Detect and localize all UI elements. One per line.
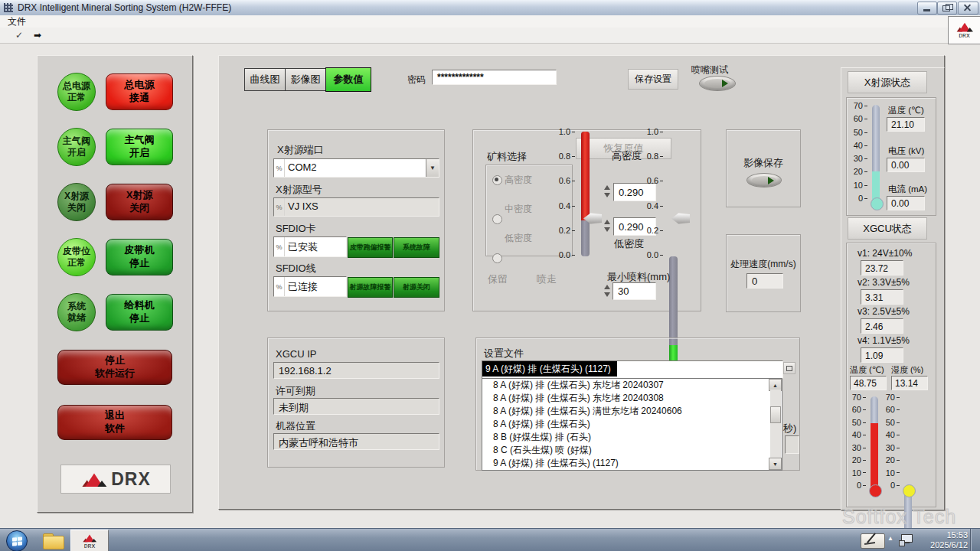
tick-label: 0.4 xyxy=(555,202,575,210)
xgcu-temp-value: 48.75 xyxy=(850,376,887,390)
stop-software-button[interactable]: 停止 软件运行 xyxy=(57,350,172,385)
xray-temp-label: 温度 (℃) xyxy=(888,105,924,116)
tick-label: 50 xyxy=(849,129,867,137)
exit-software-button[interactable]: 退出 软件 xyxy=(57,405,172,440)
tick-label: 10 xyxy=(848,469,866,478)
xgcu-ip-label: XGCU IP xyxy=(276,348,316,360)
source-off-button[interactable]: 射源关闭 xyxy=(394,277,439,298)
tick-label: 60 xyxy=(848,406,866,414)
settings-file-option[interactable]: 8 C (石头生煤) 喷 (好煤) xyxy=(482,444,782,457)
xgcu-temp-label: 温度 (℃) xyxy=(850,364,884,376)
radio-mid-density[interactable] xyxy=(492,214,502,224)
mineral-select-label: 矿料选择 xyxy=(487,150,527,164)
input-panel-icon[interactable] xyxy=(861,533,885,549)
menu-item-file[interactable]: 文件 xyxy=(8,15,26,28)
show-desktop-button[interactable] xyxy=(970,529,980,551)
windows-icon xyxy=(12,536,22,546)
image-save-toggle[interactable] xyxy=(746,173,782,187)
high-density-stepper[interactable] xyxy=(604,185,611,197)
system-ready-lamp: 系统 就绪 xyxy=(57,293,96,331)
network-icon[interactable] xyxy=(899,534,913,546)
radio-high-density[interactable] xyxy=(492,175,502,185)
explorer-button[interactable] xyxy=(43,533,63,548)
settings-file-option[interactable]: 9 A (好煤) 排 (生煤石头) (1127) xyxy=(482,457,782,470)
settings-file-selected: 9 A (好煤) 排 (生煤石头) (1127) xyxy=(482,361,617,377)
belt-deviation-alarm-button[interactable]: 皮带跑偏报警 xyxy=(348,237,393,258)
low-density-stepper[interactable] xyxy=(604,220,611,232)
clock[interactable]: 15:53 2025/6/12 xyxy=(916,530,968,550)
low-density-slider-scale: 1.0 0.8 0.6 0.4 0.2 0.0 xyxy=(643,128,663,259)
settings-file-option[interactable]: 8 A (好煤) 排 (生煤石头) xyxy=(482,418,782,431)
settings-file-option[interactable]: 8 A (好煤) 排 (生煤石头) 东圪堵 20240307 xyxy=(482,379,782,392)
keep-label: 保留 xyxy=(488,272,508,286)
tick-label: 0.2 xyxy=(643,227,663,235)
tick-label: 40 xyxy=(849,142,867,150)
sfdio-card-field[interactable]: % 已安装 xyxy=(273,236,347,257)
low-density-slider-handle[interactable] xyxy=(671,213,690,224)
air-valve-lamp: 主气阀 开启 xyxy=(57,128,96,166)
sfdio-line-field[interactable]: % 已连接 xyxy=(273,276,347,297)
scrollbar-thumb[interactable] xyxy=(770,406,781,423)
feeder-stop-button[interactable]: 给料机 停止 xyxy=(106,294,173,331)
license-label: 许可到期 xyxy=(276,384,315,398)
v3-label: v3: 2.5V±5% xyxy=(858,306,910,317)
password-input[interactable]: ************* xyxy=(432,70,557,85)
settings-file-option[interactable]: 8 A (好煤) 排 (生煤石头) 满世东圪堵 20240606 xyxy=(482,405,782,418)
xray-status-header[interactable]: X射源状态 xyxy=(848,71,927,93)
window-titlebar: DRX Intelligent Mineral Sorting System (… xyxy=(0,0,980,16)
radio-low-density[interactable] xyxy=(492,253,502,263)
tick-label: 0.0 xyxy=(555,251,575,259)
drx-taskbar-button[interactable]: DRX xyxy=(70,530,109,551)
min-spray-input[interactable]: 30 xyxy=(612,282,656,300)
high-density-slider[interactable] xyxy=(581,132,590,256)
v2-label: v2: 3.3V±5% xyxy=(858,277,910,288)
minimize-button[interactable] xyxy=(917,2,937,15)
tick-label: 1.0 xyxy=(555,128,575,136)
start-button[interactable] xyxy=(6,530,28,551)
save-settings-button[interactable]: 保存设置 xyxy=(628,69,678,90)
nozzle-test-toggle[interactable] xyxy=(699,76,736,91)
air-valve-button[interactable]: 主气阀 开启 xyxy=(106,129,173,165)
format-icon: % xyxy=(274,159,285,177)
format-icon: % xyxy=(274,237,285,256)
xgcu-status-header[interactable]: XGCU状态 xyxy=(848,217,927,240)
belt-position-lamp: 皮带位 正常 xyxy=(57,238,96,276)
source-model-label: X射源型号 xyxy=(276,183,322,197)
sfdio-line-label: SFDIO线 xyxy=(276,262,316,276)
dropdown-arrow-icon[interactable]: ▼ xyxy=(426,159,439,177)
scroll-down-button[interactable]: ▼ xyxy=(769,458,782,470)
xgcu-ip-value: 192.168.1.2 xyxy=(273,362,439,379)
xray-source-button[interactable]: X射源 关闭 xyxy=(106,184,173,220)
settings-file-option[interactable]: 8 B (好煤生煤) 排 (石头) xyxy=(482,431,782,444)
min-spray-stepper[interactable] xyxy=(604,285,611,297)
speed-value: 0 xyxy=(746,273,783,289)
belt-stop-button[interactable]: 皮带机 停止 xyxy=(106,239,173,276)
xray-thermometer-scale: 70 60 50 40 30 20 10 0 xyxy=(849,102,867,203)
scrollbar-track[interactable] xyxy=(770,390,781,459)
clock-time: 15:53 xyxy=(916,530,968,540)
settings-file-expand-button[interactable] xyxy=(783,362,795,374)
tick-label: 70 xyxy=(848,393,866,402)
v4-value: 1.09 xyxy=(861,347,903,363)
check-icon[interactable]: ✓ xyxy=(15,30,23,41)
main-power-button[interactable]: 总电源 接通 xyxy=(106,73,173,110)
close-button[interactable] xyxy=(958,2,978,15)
drx-logo: DRX xyxy=(60,465,171,494)
xgcu-humidity-label: 湿度 (%) xyxy=(891,364,923,376)
tab-curve[interactable]: 曲线图 xyxy=(244,68,286,91)
settings-file-combobox[interactable]: 9 A (好煤) 排 (生煤石头) (1127) xyxy=(482,360,783,379)
system-fault-button[interactable]: 系统故障 xyxy=(394,237,439,258)
tab-image[interactable]: 影像图 xyxy=(285,68,326,91)
left-status-panel: 总电源 正常 总电源 接通 主气阀 开启 主气阀 开启 X射源 关闭 X射源 关… xyxy=(37,55,193,513)
high-density-slider-scale: 1.0 0.8 0.6 0.4 0.2 0.0 xyxy=(555,128,575,259)
tick-label: 70 xyxy=(883,393,900,402)
source-fault-alarm-button[interactable]: 射源故障报警 xyxy=(348,277,393,298)
source-port-combobox[interactable]: % COM2 ▼ xyxy=(273,158,439,178)
sfdio-card-value: 已安装 xyxy=(285,237,346,256)
maximize-button[interactable] xyxy=(937,2,957,15)
run-arrow-icon[interactable]: ➡ xyxy=(34,30,41,41)
tab-params[interactable]: 参数值 xyxy=(325,67,371,92)
xray-current-value: 0.00 xyxy=(887,196,925,210)
settings-file-option[interactable]: 8 A (好煤) 排 (生煤石头) 东圪堵 20240308 xyxy=(482,392,782,405)
hidden-icons-button[interactable]: ▲ xyxy=(887,535,893,542)
